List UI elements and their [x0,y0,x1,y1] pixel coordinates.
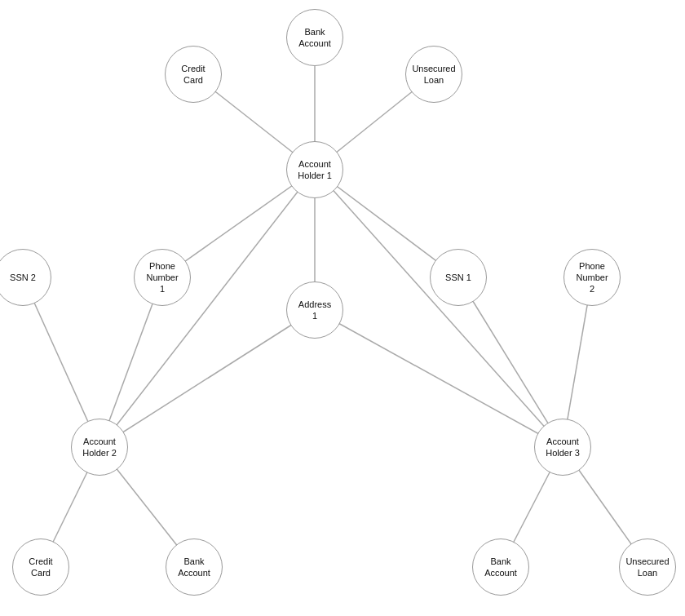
node-phone-number-1[interactable]: Phone Number 1 [134,249,191,306]
svg-line-12 [458,277,563,447]
node-unsecured-loan-bot[interactable]: Unsecured Loan [619,538,676,596]
node-credit-card-bot[interactable]: Credit Card [12,538,69,596]
graph-container: Bank AccountCredit CardUnsecured LoanAcc… [0,0,685,616]
node-phone-number-2[interactable]: Phone Number 2 [563,249,621,306]
node-bank-account-top[interactable]: Bank Account [286,9,343,66]
node-address-1[interactable]: Address 1 [286,281,343,339]
svg-line-6 [99,170,315,447]
node-credit-card-top[interactable]: Credit Card [165,46,222,103]
node-account-holder-3[interactable]: Account Holder 3 [534,419,591,476]
node-unsecured-loan-top[interactable]: Unsecured Loan [405,46,462,103]
node-bank-account-bot-r[interactable]: Bank Account [472,538,529,596]
node-ssn-1[interactable]: SSN 1 [430,249,487,306]
node-ssn-2[interactable]: SSN 2 [0,249,51,306]
node-account-holder-2[interactable]: Account Holder 2 [71,419,128,476]
svg-line-7 [315,170,563,447]
svg-line-8 [99,310,315,447]
node-bank-account-bot-l[interactable]: Bank Account [166,538,223,596]
svg-line-9 [315,310,563,447]
node-account-holder-1[interactable]: Account Holder 1 [286,141,343,198]
